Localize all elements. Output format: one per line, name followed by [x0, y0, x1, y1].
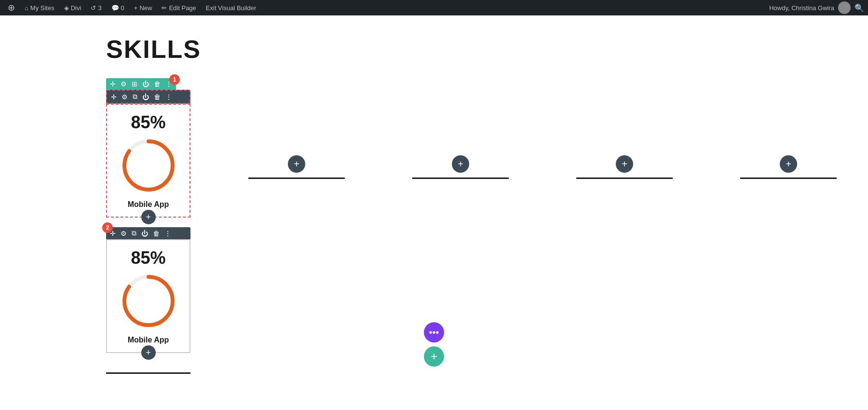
float-add-button[interactable]: +	[424, 346, 444, 367]
comments-icon: 💬	[111, 4, 119, 12]
add-col-4-button[interactable]: +	[780, 155, 797, 173]
new-menu[interactable]: + New	[130, 0, 156, 15]
divi-label: Divi	[71, 4, 81, 12]
skill-card-1-label: Mobile App	[115, 200, 182, 209]
comments-count: 0	[121, 4, 124, 12]
bottom-divider	[106, 372, 190, 374]
col1-delete-icon[interactable]: 🗑	[154, 93, 161, 101]
updates-icon: ↺	[91, 4, 96, 12]
card2-wrapper: 2 ✛ ⚙ ⧉ ⏻ 🗑 ⋮ 85%	[106, 227, 190, 353]
row-delete-icon[interactable]: 🗑	[154, 80, 161, 88]
divi-icon: ◈	[64, 4, 69, 12]
wp-logo[interactable]: ⊕	[4, 0, 19, 15]
float-more-button[interactable]: •••	[424, 322, 444, 342]
col-3-line	[576, 178, 673, 179]
exit-builder-menu[interactable]: Exit Visual Builder	[202, 0, 260, 15]
skill-card-1: 85% Mobile App +	[106, 104, 190, 218]
admin-bar: ⊕ ⌂ My Sites ◈ Divi ↺ 3 💬 0 + New ✏ Edit…	[0, 0, 868, 15]
new-label: New	[139, 4, 152, 12]
edit-page-label: Edit Page	[169, 4, 196, 12]
skill-card-1-chart	[120, 137, 177, 194]
col2-more-icon[interactable]: ⋮	[164, 230, 171, 237]
col2-settings-icon[interactable]: ⚙	[121, 230, 127, 237]
col-4-line	[740, 178, 837, 179]
col2-duplicate-icon[interactable]: ⧉	[132, 229, 136, 237]
my-sites-menu[interactable]: ⌂ My Sites	[21, 0, 58, 15]
float-add-icon: +	[431, 350, 437, 363]
row-badge: 1	[169, 74, 180, 85]
col1-visibility-icon[interactable]: ⏻	[142, 93, 149, 101]
col-placeholder-1: +	[229, 155, 364, 179]
col-2-line	[412, 178, 509, 179]
comments-menu[interactable]: 💬 0	[108, 0, 128, 15]
my-sites-icon: ⌂	[25, 4, 28, 12]
col2-visibility-icon[interactable]: ⏻	[141, 230, 148, 237]
add-col-1-button[interactable]: +	[288, 155, 305, 173]
skill-card-2-label: Mobile App	[115, 336, 182, 344]
page-title: SKILLS	[106, 35, 762, 64]
skill-card-2: 85% Mobile App +	[106, 239, 190, 353]
updates-count: 3	[98, 4, 101, 12]
edit-page-menu[interactable]: ✏ Edit Page	[158, 0, 200, 15]
edit-icon: ✏	[162, 4, 167, 12]
col2-delete-icon[interactable]: 🗑	[153, 230, 160, 237]
row-toolbar: ✛ ⚙ ⊞ ⏻ 🗑 ⋮ 1	[106, 78, 176, 90]
card2-badge: 2	[102, 222, 113, 233]
col-placeholder-2: +	[393, 155, 528, 179]
divi-menu[interactable]: ◈ Divi	[60, 0, 85, 15]
row-settings-icon[interactable]: ⚙	[121, 80, 127, 88]
col1-duplicate-icon[interactable]: ⧉	[133, 93, 137, 101]
row-visibility-icon[interactable]: ⏻	[142, 80, 149, 88]
row-move-icon[interactable]: ✛	[110, 80, 116, 88]
column-placeholders: + + + +	[229, 155, 856, 179]
col-placeholder-3: +	[557, 155, 692, 179]
float-more-dots: •••	[429, 327, 439, 338]
add-col-2-button[interactable]: +	[452, 155, 469, 173]
howdy-label: Howdy, Christina Gwira	[769, 4, 834, 12]
row-grid-icon[interactable]: ⊞	[132, 80, 137, 88]
col1-settings-icon[interactable]: ⚙	[122, 93, 128, 101]
search-icon[interactable]: 🔍	[854, 3, 864, 13]
col-placeholder-4: +	[721, 155, 856, 179]
new-icon: +	[134, 4, 138, 12]
user-avatar[interactable]	[838, 1, 851, 14]
skills-column: ✛ ⚙ ⊞ ⏻ 🗑 ⋮ 1 ✛ ⚙ ⧉ ⏻ 🗑 ⋮	[106, 78, 190, 374]
skill-card-1-add[interactable]: +	[141, 210, 156, 224]
skill-card-2-chart	[120, 272, 177, 330]
exit-builder-label: Exit Visual Builder	[206, 4, 257, 12]
my-sites-label: My Sites	[30, 4, 54, 12]
skill-card-2-add[interactable]: +	[141, 345, 156, 360]
updates-menu[interactable]: ↺ 3	[87, 0, 105, 15]
col-1-line	[248, 178, 345, 179]
col1-more-icon[interactable]: ⋮	[165, 93, 172, 101]
col1-move-icon[interactable]: ✛	[111, 93, 117, 101]
wp-icon: ⊕	[8, 2, 15, 13]
skill-card-1-percent: 85%	[115, 112, 182, 133]
card1-wrapper: ✛ ⚙ ⧉ ⏻ 🗑 ⋮ 85% Mobile A	[106, 90, 190, 218]
skill-card-2-percent: 85%	[115, 248, 182, 268]
admin-bar-right: Howdy, Christina Gwira 🔍	[769, 1, 864, 14]
col-toolbar-2: ✛ ⚙ ⧉ ⏻ 🗑 ⋮	[106, 227, 190, 239]
col-toolbar-1: ✛ ⚙ ⧉ ⏻ 🗑 ⋮	[106, 90, 190, 104]
add-col-3-button[interactable]: +	[616, 155, 633, 173]
